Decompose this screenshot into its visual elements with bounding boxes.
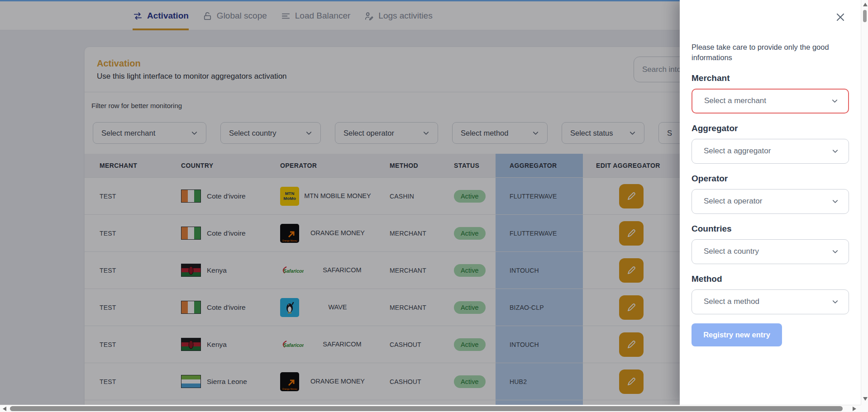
field-label-operator: Operator — [692, 174, 849, 184]
select-placeholder: Select a country — [704, 247, 759, 256]
select-placeholder: Select a merchant — [704, 96, 766, 105]
scroll-left-arrow-icon[interactable] — [3, 407, 6, 411]
scroll-down-arrow-icon[interactable] — [863, 397, 868, 401]
merchant-select[interactable]: Select a merchant — [692, 89, 849, 114]
method-select[interactable]: Select a method — [692, 289, 849, 314]
chevron-down-icon — [831, 298, 839, 306]
vertical-scrollbar[interactable] — [861, 0, 868, 405]
field-label-method: Method — [692, 274, 849, 284]
select-placeholder: Select a method — [704, 297, 759, 306]
scroll-up-arrow-icon[interactable] — [863, 3, 868, 6]
scroll-right-arrow-icon[interactable] — [853, 407, 856, 411]
drawer-notice-text: Please take care to provide only the goo… — [692, 42, 843, 63]
chevron-down-icon — [831, 147, 839, 156]
close-icon — [835, 12, 846, 23]
field-label-aggregator: Aggregator — [692, 123, 849, 133]
registry-new-entry-submit-button[interactable]: Registry new entry — [692, 323, 782, 346]
field-label-merchant: Merchant — [692, 73, 849, 83]
aggregator-select[interactable]: Select a aggregator — [692, 139, 849, 164]
select-placeholder: Select a aggregator — [704, 147, 771, 156]
application-window: Activation Global scope Load Balancer Lo… — [0, 0, 868, 412]
vertical-scrollbar-thumb[interactable] — [863, 10, 867, 22]
operator-select[interactable]: Select a operator — [692, 189, 849, 214]
close-drawer-button[interactable] — [835, 12, 846, 24]
select-placeholder: Select a operator — [704, 197, 762, 206]
chevron-down-icon — [831, 197, 839, 206]
country-select[interactable]: Select a country — [692, 239, 849, 264]
field-label-countries: Countries — [692, 224, 849, 234]
registry-drawer: Please take care to provide only the goo… — [680, 0, 861, 405]
horizontal-scrollbar-thumb[interactable] — [10, 406, 843, 411]
horizontal-scrollbar[interactable] — [0, 405, 861, 412]
chevron-down-icon — [830, 97, 839, 105]
scrollbar-corner — [861, 405, 868, 412]
chevron-down-icon — [831, 247, 839, 256]
